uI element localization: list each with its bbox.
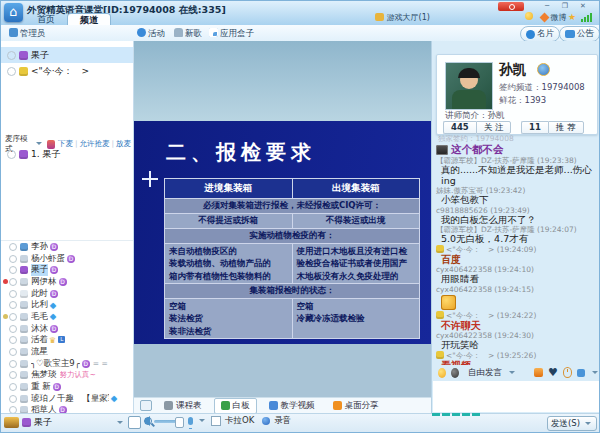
magic-emoji-icon[interactable] — [451, 368, 459, 378]
avatar-placeholder-icon — [9, 325, 17, 333]
chat-special-text: 这个都不会 — [451, 143, 504, 156]
member-row[interactable]: 重 新D — [1, 381, 133, 393]
left-panel: 果子<"今·今： > 麦序模式 下麦|允许抢麦|放麦 1. 果子 李孙D杨小虾蛋… — [1, 41, 134, 413]
purple-d-badge-icon: D — [50, 325, 58, 333]
send-button[interactable]: 发送(S) — [547, 416, 597, 431]
appbox-button[interactable]: 应用盒子 — [209, 28, 254, 40]
chevron-down-icon[interactable] — [117, 421, 123, 427]
follow-button[interactable]: 445关 注 — [443, 121, 511, 134]
avatar-placeholder-icon — [9, 266, 17, 274]
speak-mode-select[interactable]: 自由发言 — [468, 367, 502, 379]
shirt-icon — [436, 245, 444, 253]
member-row[interactable]: ╮♡歌宝主9╭D= = — [1, 358, 133, 370]
avatar-placeholder-icon — [9, 290, 17, 298]
chevron-down-icon[interactable] — [592, 371, 598, 377]
notice-button[interactable]: 公告 — [559, 26, 600, 42]
chevron-down-icon[interactable] — [199, 419, 205, 425]
song-button[interactable]: 新歌 — [174, 28, 202, 40]
board-tab-桌面分享[interactable]: 桌面分享 — [327, 398, 385, 414]
table-cell: 空箱 装法检货 装非法检货 — [165, 298, 293, 338]
minimize-button[interactable]: ─ — [539, 2, 555, 11]
speaker-icon[interactable] — [139, 416, 150, 426]
heart-icon[interactable]: ♥ — [548, 368, 558, 378]
karaoke-checkbox[interactable] — [211, 416, 221, 426]
stage-user-row[interactable]: <"今·今： > — [1, 63, 133, 79]
member-name: 流星 — [31, 346, 48, 358]
table-cell: 使用进口木地板且没有进口检 验检疫合格证书或者使用国产 木地板没有永久免疫处理的 — [292, 244, 420, 284]
member-signature: 努力认真~ — [60, 370, 96, 380]
board-tab-白板[interactable]: 白板 — [214, 398, 257, 414]
member-name: 焦梦琰 — [31, 370, 57, 382]
avatar-placeholder-icon — [9, 383, 17, 391]
people-icon — [9, 28, 18, 37]
exit-channel-button[interactable] — [498, 2, 524, 11]
volume-slider[interactable] — [154, 420, 184, 423]
chat-message-highlight: 百度 — [434, 254, 600, 266]
member-row[interactable]: 杨小虾蛋D — [1, 253, 133, 265]
app-window: ⌂ 外贸精英语音课堂[ID:19794008 在线:335] ─ ❐ ✕ 首页 … — [0, 0, 600, 433]
member-row[interactable]: 毛毛◆ — [1, 311, 133, 323]
weibo-entry[interactable]: 微博 — [541, 12, 567, 23]
resize-handle-dashes[interactable] — [432, 413, 480, 416]
member-row[interactable]: 琥珀ノ千趣 【皇家军团】◆ — [1, 393, 133, 405]
status-dot-icon — [3, 314, 8, 319]
member-row[interactable]: 焦梦琰努力认真~ — [1, 370, 133, 382]
mic-queue-row[interactable]: 1. 果子 — [1, 147, 133, 161]
namecard-button[interactable]: 名片 — [520, 26, 560, 42]
shirt-icon — [436, 351, 444, 359]
home-logo-icon[interactable]: ⌂ — [4, 3, 23, 22]
board-tab-label: 白板 — [233, 400, 250, 412]
maximize-button[interactable]: ❐ — [557, 2, 573, 11]
chat-toolbar: 自由发言 ♥ — [434, 365, 600, 380]
slide-title: 二、报检要求 — [166, 139, 316, 166]
flowers-count: 鲜花：1393 — [499, 95, 546, 107]
chat-sender-and-time: <"今·今： > (19:24:22) — [446, 311, 536, 320]
member-row[interactable]: 沐沐D — [1, 323, 133, 335]
member-row[interactable]: 流星 — [1, 346, 133, 358]
chat-input[interactable] — [433, 381, 600, 412]
self-identity-bar[interactable]: 果子 — [4, 416, 155, 429]
member-name: 果子 — [31, 264, 48, 276]
chevron-down-icon[interactable] — [509, 371, 515, 377]
member-row[interactable]: 此时D — [1, 288, 133, 300]
signed-channel: 签约频道：19794008 — [499, 82, 585, 94]
emotion-icon[interactable] — [525, 12, 533, 21]
member-row[interactable]: 活着♛L — [1, 335, 133, 347]
message-icon[interactable] — [577, 369, 585, 377]
board-tab-课程表[interactable]: 课程表 — [158, 398, 208, 414]
chat-meta-line: <"今·今： > (19:24:22) — [434, 311, 600, 320]
board-tab-label: 课程表 — [176, 400, 202, 412]
board-tab-教学视频[interactable]: 教学视频 — [263, 398, 321, 414]
game-hall-entry[interactable]: 游戏大厅(1) — [375, 12, 430, 23]
member-row[interactable]: 网伊林D — [1, 276, 133, 288]
record-icon[interactable] — [262, 417, 270, 425]
vip-crown-icon — [4, 417, 19, 428]
activity-button[interactable]: 活动 — [137, 28, 165, 40]
weibo-icon — [540, 13, 550, 23]
video-icon[interactable] — [534, 368, 543, 377]
channel-toolbar — [1, 25, 600, 42]
stage-user-row[interactable]: 果子 — [1, 47, 133, 63]
member-row[interactable]: 李孙D — [1, 241, 133, 253]
shirt-icon — [20, 266, 28, 274]
microphone-icon[interactable] — [188, 417, 193, 425]
member-row[interactable]: 果子D — [1, 264, 133, 276]
close-button[interactable]: ✕ — [575, 2, 591, 11]
shirt-icon — [19, 150, 28, 159]
activity-icon — [137, 28, 146, 37]
emoji-icon[interactable] — [438, 368, 446, 378]
member-row[interactable]: 比利◆ — [1, 299, 133, 311]
shirt-icon — [22, 418, 31, 427]
member-name: ╮♡歌宝主9╭ — [31, 358, 80, 370]
history-icon[interactable] — [563, 367, 572, 378]
recommend-button[interactable]: 11推 荐 — [521, 121, 584, 134]
shirt-icon — [20, 301, 28, 309]
favorite-star-icon[interactable]: ★ — [568, 12, 576, 22]
collapse-icon[interactable] — [140, 400, 152, 411]
admin-button[interactable]: 管理员 — [9, 28, 46, 40]
member-name: 琥珀ノ千趣 【皇家军团】 — [31, 393, 109, 405]
member-list: 李孙D杨小虾蛋D果子D网伊林D此时D比利◆毛毛◆沐沐D活着♛L流星╮♡歌宝主9╭… — [1, 240, 133, 433]
purple-d-badge-icon: D — [53, 383, 61, 391]
stage-user-name: 果子 — [31, 49, 49, 62]
blue-diamond-badge-icon: ◆ — [50, 312, 56, 321]
